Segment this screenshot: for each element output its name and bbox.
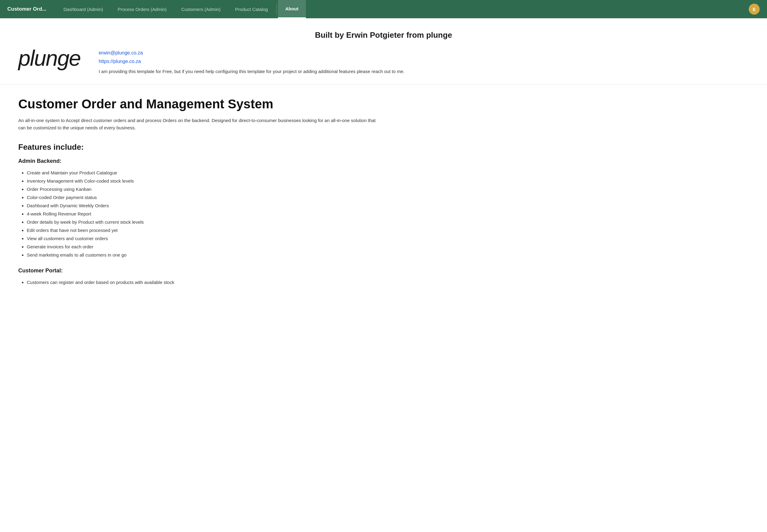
nav-link-about[interactable]: About xyxy=(278,0,306,18)
list-item: Order details by week by Product with cu… xyxy=(27,218,749,226)
list-item: Send marketing emails to all customers i… xyxy=(27,251,749,259)
system-title: Customer Order and Management System xyxy=(18,97,749,111)
list-item: Edit orders that have not been processed… xyxy=(27,226,749,234)
about-logo: plunge xyxy=(18,47,80,69)
about-description: I am providing this template for Free, b… xyxy=(99,68,749,75)
nav-link-product-catalog[interactable]: Product Catalog xyxy=(228,0,275,18)
about-email-link[interactable]: erwin@plunge.co.za xyxy=(99,50,749,56)
about-header: Built by Erwin Potgieter from plunge xyxy=(18,30,749,40)
list-item: Order Processing using Kanban xyxy=(27,185,749,193)
logo-text: plunge xyxy=(18,46,80,70)
about-section: Built by Erwin Potgieter from plunge plu… xyxy=(0,18,767,85)
nav-link-process-orders[interactable]: Process Orders (Admin) xyxy=(110,0,174,18)
about-info: erwin@plunge.co.za https://plunge.co.za … xyxy=(99,47,749,75)
nav-links: Dashboard (Admin) Process Orders (Admin)… xyxy=(56,0,749,18)
list-item: Dashboard with Dynamic Weekly Orders xyxy=(27,201,749,210)
navbar: Customer Ord... Dashboard (Admin) Proces… xyxy=(0,0,767,18)
list-item: Create and Maintain your Product Catalog… xyxy=(27,169,749,177)
admin-backend-list: Create and Maintain your Product Catalog… xyxy=(18,169,749,259)
list-item: 4-week Rolling Revenue Report xyxy=(27,210,749,218)
system-description: An all-in-one system to Accept direct cu… xyxy=(18,117,383,131)
nav-brand[interactable]: Customer Ord... xyxy=(7,6,46,12)
list-item: Customers can register and order based o… xyxy=(27,278,749,286)
nav-divider xyxy=(276,4,277,15)
list-item: Inventory Management with Color-coded st… xyxy=(27,177,749,185)
admin-backend-title: Admin Backend: xyxy=(18,158,749,164)
nav-link-dashboard[interactable]: Dashboard (Admin) xyxy=(56,0,110,18)
customer-portal-list: Customers can register and order based o… xyxy=(18,278,749,286)
avatar[interactable]: E xyxy=(749,4,760,15)
about-content: plunge erwin@plunge.co.za https://plunge… xyxy=(18,47,749,75)
main-content: Customer Order and Management System An … xyxy=(0,85,767,307)
features-title: Features include: xyxy=(18,142,749,152)
list-item: View all customers and customer orders xyxy=(27,234,749,243)
nav-link-customers[interactable]: Customers (Admin) xyxy=(174,0,228,18)
about-website-link[interactable]: https://plunge.co.za xyxy=(99,59,749,64)
list-item: Color-coded Order payment status xyxy=(27,193,749,201)
customer-portal-title: Customer Portal: xyxy=(18,268,749,274)
list-item: Generate invoices for each order xyxy=(27,243,749,251)
